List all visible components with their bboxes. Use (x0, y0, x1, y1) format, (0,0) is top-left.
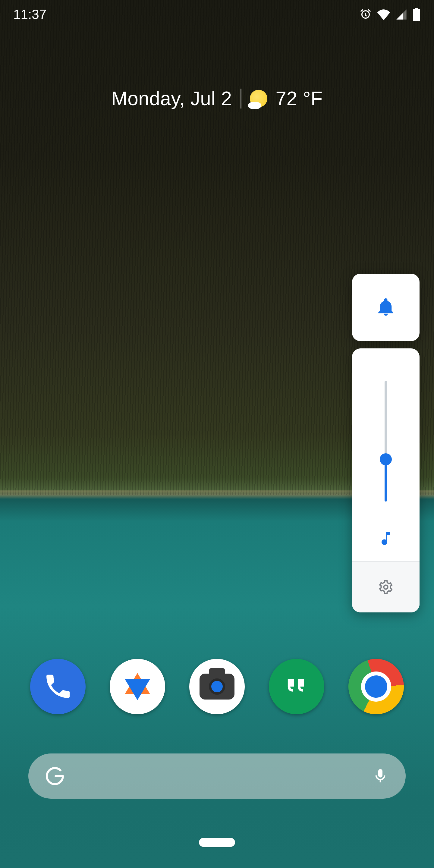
alarm-icon (359, 8, 372, 21)
volume-slider-card (352, 348, 420, 613)
music-note-icon (377, 530, 394, 547)
dock (0, 659, 434, 714)
volume-slider-thumb[interactable] (380, 453, 392, 465)
chrome-icon (341, 652, 411, 721)
weather-icon (250, 90, 267, 107)
status-time: 11:37 (13, 7, 46, 22)
google-g-icon (45, 767, 64, 786)
ifttt-icon (124, 673, 151, 700)
at-a-glance-separator (241, 89, 241, 108)
at-a-glance-temperature: 72 °F (276, 87, 323, 110)
at-a-glance-date: Monday, Jul 2 (111, 87, 232, 110)
chrome-app[interactable] (348, 659, 404, 714)
bell-icon (376, 298, 396, 317)
google-search-bar[interactable] (28, 753, 406, 799)
status-bar: 11:37 (0, 0, 434, 29)
hangouts-app[interactable] (269, 659, 324, 714)
volume-settings-button[interactable] (352, 561, 420, 613)
gear-icon (378, 580, 393, 595)
wifi-icon (377, 8, 391, 21)
at-a-glance-widget[interactable]: Monday, Jul 2 72 °F (0, 87, 434, 110)
ring-mode-toggle[interactable] (352, 274, 420, 341)
battery-icon (412, 8, 421, 21)
volume-panel (352, 274, 420, 613)
camera-app[interactable] (189, 659, 245, 714)
phone-icon (43, 672, 73, 702)
volume-slider-fill (384, 459, 387, 501)
cellular-signal-icon (396, 8, 407, 21)
gesture-nav-handle[interactable] (199, 838, 235, 847)
volume-output-toggle[interactable] (352, 516, 420, 561)
camera-icon (199, 674, 235, 700)
mic-icon[interactable] (372, 768, 389, 784)
svg-point-0 (384, 585, 388, 589)
phone-app[interactable] (30, 659, 86, 714)
volume-slider[interactable] (384, 381, 387, 501)
hangouts-icon (281, 672, 312, 702)
ifttt-app[interactable] (110, 659, 165, 714)
